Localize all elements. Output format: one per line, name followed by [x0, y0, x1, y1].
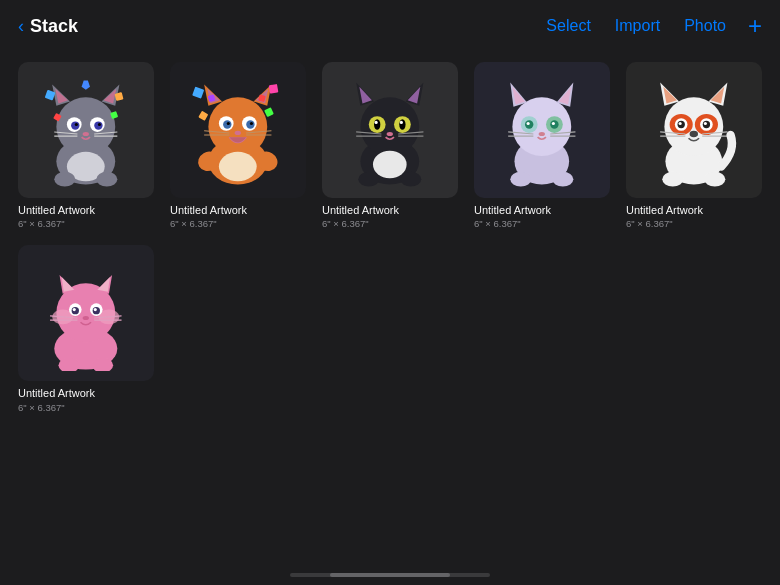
svg-point-82 — [552, 122, 555, 125]
artwork-info: Untitled Artwork 6" × 6.367" — [626, 203, 762, 229]
artwork-item[interactable]: Untitled Artwork 6" × 6.367" — [474, 62, 610, 229]
svg-point-89 — [553, 172, 574, 187]
artwork-item[interactable]: Untitled Artwork 6" × 6.367" — [626, 62, 762, 229]
artwork-title: Untitled Artwork — [18, 386, 154, 400]
svg-point-81 — [527, 122, 530, 125]
svg-rect-45 — [192, 87, 204, 99]
svg-point-102 — [679, 122, 682, 125]
svg-point-1 — [57, 97, 116, 156]
artwork-size: 6" × 6.367" — [474, 218, 610, 229]
scrollbar[interactable] — [290, 573, 490, 577]
artwork-item[interactable]: Untitled Artwork 6" × 6.367" — [18, 245, 154, 412]
svg-point-103 — [704, 122, 707, 125]
select-button[interactable]: Select — [544, 13, 592, 39]
svg-rect-46 — [269, 84, 279, 94]
svg-point-123 — [73, 308, 76, 311]
svg-point-60 — [374, 119, 380, 130]
svg-point-37 — [250, 122, 253, 125]
app-header: ‹ Stack Select Import Photo + — [0, 0, 780, 52]
artwork-title: Untitled Artwork — [474, 203, 610, 217]
artwork-size: 6" × 6.367" — [322, 218, 458, 229]
svg-point-125 — [83, 315, 89, 319]
gallery-grid: Untitled Artwork 6" × 6.367" — [0, 52, 780, 433]
svg-point-62 — [375, 121, 378, 124]
back-button[interactable]: ‹ — [18, 12, 24, 41]
artwork-info: Untitled Artwork 6" × 6.367" — [322, 203, 458, 229]
svg-point-64 — [387, 132, 393, 136]
artwork-size: 6" × 6.367" — [626, 218, 762, 229]
artwork-title: Untitled Artwork — [170, 203, 306, 217]
svg-point-61 — [399, 119, 405, 130]
svg-point-13 — [83, 132, 89, 136]
svg-point-104 — [690, 131, 698, 137]
artwork-title: Untitled Artwork — [322, 203, 458, 217]
svg-point-83 — [539, 132, 545, 136]
photo-button[interactable]: Photo — [682, 13, 728, 39]
artwork-title: Untitled Artwork — [18, 203, 154, 217]
artwork-info: Untitled Artwork 6" × 6.367" — [18, 386, 154, 412]
svg-marker-116 — [98, 277, 111, 292]
artwork-thumbnail — [474, 62, 610, 198]
svg-point-57 — [373, 151, 407, 178]
import-button[interactable]: Import — [613, 13, 662, 39]
svg-point-19 — [97, 172, 118, 187]
artwork-thumbnail — [170, 62, 306, 198]
artwork-item[interactable]: Untitled Artwork 6" × 6.367" — [322, 62, 458, 229]
svg-point-36 — [227, 122, 230, 125]
svg-point-124 — [94, 308, 97, 311]
svg-point-12 — [98, 123, 101, 126]
svg-rect-48 — [264, 108, 274, 118]
svg-point-109 — [662, 172, 683, 187]
svg-point-11 — [75, 123, 78, 126]
svg-point-88 — [510, 172, 531, 187]
svg-point-18 — [54, 172, 75, 187]
svg-marker-20 — [82, 81, 90, 90]
header-left: ‹ Stack — [18, 12, 78, 41]
svg-point-31 — [219, 152, 257, 181]
artwork-title: Untitled Artwork — [626, 203, 762, 217]
app-title: Stack — [30, 16, 78, 37]
artwork-info: Untitled Artwork 6" × 6.367" — [18, 203, 154, 229]
header-right: Select Import Photo + — [544, 13, 762, 39]
svg-point-110 — [705, 172, 726, 187]
artwork-thumbnail — [626, 62, 762, 198]
artwork-item[interactable]: Untitled Artwork 6" × 6.367" — [18, 62, 154, 229]
svg-rect-47 — [198, 111, 208, 121]
svg-point-38 — [235, 131, 241, 135]
scrollbar-thumb — [330, 573, 450, 577]
artwork-info: Untitled Artwork 6" × 6.367" — [474, 203, 610, 229]
artwork-size: 6" × 6.367" — [18, 218, 154, 229]
artwork-thumbnail — [18, 62, 154, 198]
svg-point-69 — [358, 172, 379, 187]
artwork-size: 6" × 6.367" — [18, 402, 154, 413]
artwork-info: Untitled Artwork 6" × 6.367" — [170, 203, 306, 229]
artwork-item[interactable]: Untitled Artwork 6" × 6.367" — [170, 62, 306, 229]
artwork-thumbnail — [18, 245, 154, 381]
artwork-size: 6" × 6.367" — [170, 218, 306, 229]
svg-marker-115 — [62, 277, 75, 292]
svg-point-70 — [401, 172, 422, 187]
chevron-left-icon: ‹ — [18, 16, 24, 37]
artwork-thumbnail — [322, 62, 458, 198]
svg-point-63 — [400, 121, 403, 124]
add-button[interactable]: + — [748, 14, 762, 38]
svg-point-26 — [209, 97, 268, 156]
